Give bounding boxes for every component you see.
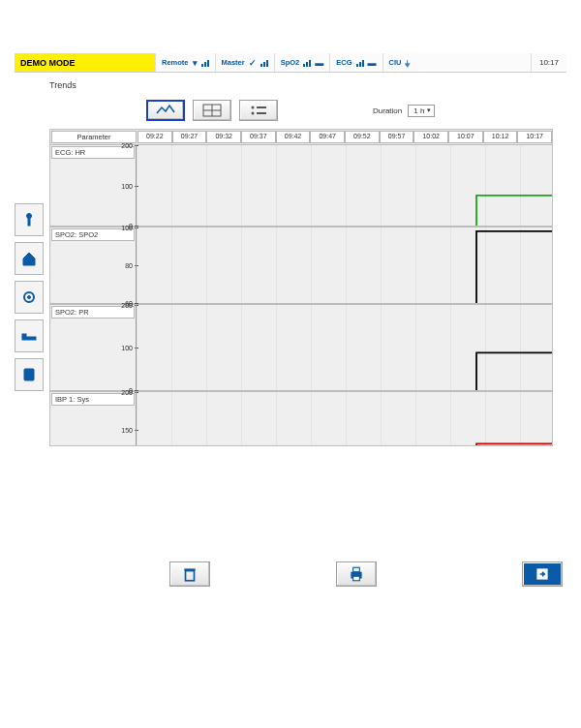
bed-icon [21,328,37,344]
view-toolbar: Duration 1 h ▾ [146,100,566,121]
list-icon [249,104,268,117]
trend-row: ECG: HR0100200 [50,145,552,228]
time-tick: 10:07 [448,131,483,143]
svg-rect-5 [22,334,26,337]
gear-icon [21,289,37,305]
check-icon: ✓ [249,58,257,68]
status-remote[interactable]: Remote ▾ [155,53,215,72]
status-master[interactable]: Master ✓ [215,53,274,72]
trend-row: IBP 1: Sys150200 [50,392,552,445]
trend-plot[interactable] [136,228,552,303]
table-icon [202,104,222,117]
status-label: Master [222,58,245,67]
top-bar: DEMO MODE Remote ▾ Master ✓ SpO2 ▬ ECG ▬… [15,53,566,73]
duration-select[interactable]: 1 h ▾ [408,105,435,117]
sidebar-home[interactable] [15,242,44,275]
chevron-down-icon: ▾ [427,106,431,114]
status-ciu[interactable]: CIU ⏚ [382,53,416,72]
time-tick: 09:27 [172,131,207,143]
svg-rect-1 [28,218,30,226]
time-tick: 09:52 [345,131,380,143]
battery-icon: ▬ [368,58,377,68]
view-graph-button[interactable] [146,100,185,121]
export-button[interactable] [522,561,563,587]
trend-plot[interactable] [136,145,552,226]
delete-button[interactable] [169,561,210,587]
svg-rect-7 [26,372,32,373]
svg-rect-17 [184,568,195,570]
status-label: SpO2 [281,58,300,67]
footer-toolbar [49,561,566,587]
trend-plot[interactable] [136,392,552,445]
svg-rect-19 [353,567,360,572]
print-button[interactable] [336,561,377,587]
svg-point-14 [252,112,255,115]
trend-row: SPO2: SPO26080100 [50,228,552,305]
trend-row: SPO2: PR0100200 [50,305,552,392]
duration-value: 1 h [413,106,424,115]
view-list-button[interactable] [239,100,278,121]
status-spo2[interactable]: SpO2 ▬ [274,53,330,72]
svg-rect-8 [26,375,32,376]
time-tick: 09:42 [276,131,311,143]
export-icon [534,565,551,583]
svg-rect-13 [257,106,266,108]
time-tick: 09:37 [241,131,276,143]
signal-icon [201,59,209,67]
printer-icon [348,565,365,583]
svg-point-3 [28,296,31,299]
sidebar-clipboard[interactable] [15,358,44,391]
view-table-button[interactable] [193,100,231,121]
time-tick: 09:47 [310,131,345,143]
trend-chart-panel: Parameter09:2209:2709:3209:3709:4209:470… [49,129,553,446]
status-label: CIU [389,58,402,67]
time-tick: 10:17 [517,131,552,143]
sidebar-settings[interactable] [15,281,44,314]
page-title: Trends [49,80,566,90]
status-label: Remote [162,58,189,67]
time-tick: 09:22 [138,131,172,143]
patient-icon [21,212,37,228]
clock: 10:17 [531,53,566,72]
sidebar [15,203,44,391]
time-tick: 09:32 [206,131,241,143]
status-ecg[interactable]: ECG ▬ [329,53,382,72]
svg-point-12 [252,106,255,109]
duration-label: Duration [373,106,402,115]
battery-icon: ▬ [315,58,323,68]
time-tick: 10:02 [413,131,448,143]
svg-rect-15 [257,112,266,114]
time-tick: 09:57 [380,131,414,143]
mode-badge: DEMO MODE [15,53,155,72]
svg-rect-20 [353,576,360,581]
signal-icon [303,59,311,67]
plug-icon: ⏚ [405,58,410,68]
sidebar-bed[interactable] [15,319,44,352]
dropdown-icon: ▾ [193,58,198,68]
signal-icon [356,59,364,67]
signal-icon [260,59,268,67]
trash-icon [181,565,199,583]
home-icon [21,251,37,266]
clipboard-icon [21,367,37,382]
time-tick: 10:12 [483,131,518,143]
status-label: ECG [336,58,352,67]
sidebar-patient[interactable] [15,203,44,236]
trend-plot[interactable] [136,305,552,390]
svg-rect-16 [186,571,195,581]
graph-icon [156,104,175,117]
